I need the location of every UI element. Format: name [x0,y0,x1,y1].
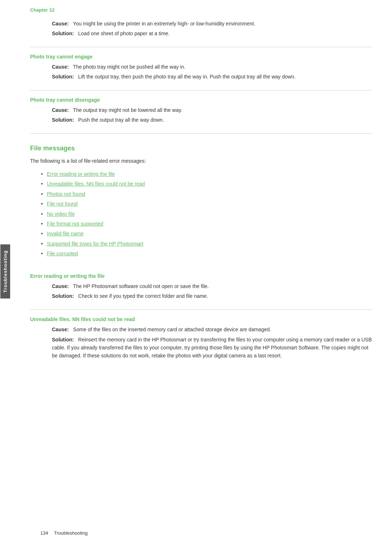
solution-label: Solution: [52,31,74,36]
list-item: Photos not found [41,190,372,198]
file-messages-section: File messages The following is a list of… [30,145,372,258]
error-reading-solution-value: Check to see if you typed the correct fo… [78,293,208,299]
section-unreadable-files: Unreadable files. NN files could not be … [30,310,372,360]
error-reading-cause-block: Cause: The HP Photosmart software could … [52,283,372,300]
disengage-solution-label: Solution: [52,117,74,123]
link-supported-file-types[interactable]: Supported file types for the HP Photosma… [47,241,143,247]
main-content: Chapter 12 Cause: You might be using the… [10,0,392,543]
unreadable-cause-label: Cause: [52,327,69,332]
error-reading-cause-text: Cause: The HP Photosmart software could … [52,283,372,290]
link-no-video-file[interactable]: No video file [47,211,75,217]
disengage-cause-value: The output tray might not be lowered all… [73,107,182,113]
page-container: Troubleshooting Chapter 12 Cause: You mi… [0,0,392,543]
link-file-not-found[interactable]: File not found [47,201,78,207]
section-photo-tray-engage: Photo tray cannot engage Cause: The phot… [30,47,372,90]
unreadable-cause-block: Cause: Some of the files on the inserted… [52,326,372,360]
disengage-solution-value: Push the output tray all the way down. [78,117,164,123]
unreadable-cause-text: Cause: Some of the files on the inserted… [52,326,372,333]
section-photo-tray-disengage: Photo tray cannot disengage Cause: The o… [30,90,372,134]
engage-cause-value: The photo tray might not be pushed all t… [73,64,185,70]
link-photos-not-found[interactable]: Photos not found [47,191,85,197]
error-reading-cause-value: The HP Photosmart software could not ope… [73,283,209,289]
section-heading-engage: Photo tray cannot engage [30,54,372,60]
section-heading-disengage: Photo tray cannot disengage [30,97,372,103]
file-messages-heading: File messages [30,145,372,152]
unreadable-solution-value: Reinsert the memory card in the HP Photo… [52,337,372,359]
disengage-cause-label: Cause: [52,107,69,113]
section-error-reading: Error reading or writing the file Cause:… [30,267,372,310]
link-invalid-file-name[interactable]: Invalid file name [47,231,83,236]
list-item: File not found [41,200,372,208]
chapter-label: Chapter 12 [30,7,372,13]
error-reading-solution-label: Solution: [52,293,74,299]
disengage-solution-text: Solution: Push the output tray all the w… [52,116,372,124]
footer-label: Troubleshooting [54,530,88,536]
list-item: File format not supported [41,220,372,228]
error-reading-solution-text: Solution: Check to see if you typed the … [52,292,372,300]
cause-label: Cause: [52,21,69,27]
unreadable-solution-text: Solution: Reinsert the memory card in th… [52,336,372,360]
engage-cause-text: Cause: The photo tray might not be pushe… [52,63,372,71]
sidebar-label: Troubleshooting [0,244,10,299]
link-file-format[interactable]: File format not supported [47,221,103,227]
cause-value: You might be using the printer in an ext… [73,21,255,27]
list-item: File corrupted [41,250,372,258]
engage-cause-label: Cause: [52,64,69,70]
unreadable-cause-value: Some of the files on the inserted memory… [73,327,271,332]
page-number: 134 [40,530,48,536]
link-file-corrupted[interactable]: File corrupted [47,251,78,256]
list-item: Supported file types for the HP Photosma… [41,240,372,248]
unreadable-solution-label: Solution: [52,337,74,343]
continuation-cause-text: Cause: You might be using the printer in… [52,20,372,28]
list-item: Unreadable files. NN files could not be … [41,180,372,188]
disengage-cause-block: Cause: The output tray might not be lowe… [52,106,372,124]
error-reading-cause-label: Cause: [52,283,69,289]
list-item: No video file [41,210,372,218]
continuation-cause: Cause: You might be using the printer in… [52,20,372,37]
subsection-heading-unreadable: Unreadable files. NN files could not be … [30,316,372,322]
continuation-block: Cause: You might be using the printer in… [30,20,372,47]
engage-solution-text: Solution: Lift the output tray, then pus… [52,73,372,81]
link-error-reading[interactable]: Error reading or writing the file [47,171,115,177]
subsection-heading-error-reading: Error reading or writing the file [30,273,372,279]
disengage-cause-text: Cause: The output tray might not be lowe… [52,106,372,114]
file-messages-list: Error reading or writing the file Unread… [41,170,372,258]
page-footer: 134 Troubleshooting [40,530,372,536]
engage-solution-value: Lift the output tray, then push the phot… [78,74,295,80]
list-item: Error reading or writing the file [41,170,372,178]
solution-value: Load one sheet of photo paper at a time. [78,31,170,36]
engage-cause-block: Cause: The photo tray might not be pushe… [52,63,372,81]
link-unreadable-files[interactable]: Unreadable files. NN files could not be … [47,181,145,187]
list-item: Invalid file name [41,230,372,238]
continuation-solution-text: Solution: Load one sheet of photo paper … [52,30,372,37]
file-messages-intro: The following is a list of file-related … [30,157,372,165]
engage-solution-label: Solution: [52,74,74,80]
sidebar-tab: Troubleshooting [0,0,10,543]
